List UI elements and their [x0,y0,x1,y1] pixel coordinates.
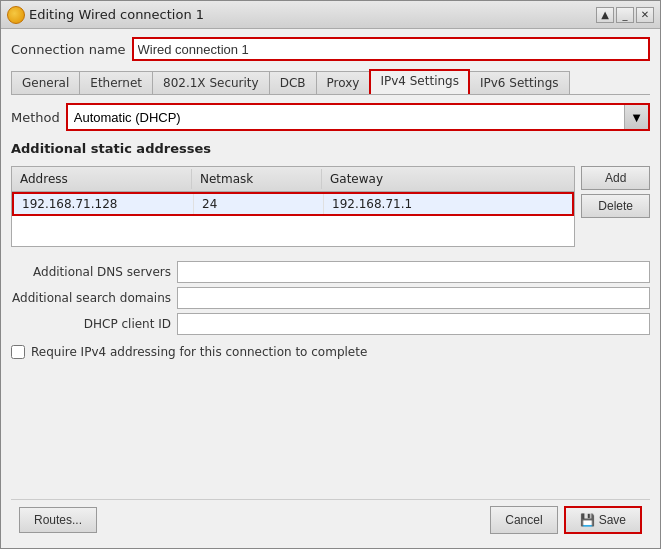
minimize-button[interactable]: ▲ [596,7,614,23]
search-input[interactable] [177,287,650,309]
final-buttons: Cancel 💾 Save [490,506,642,534]
table-header: Address Netmask Gateway [12,167,574,192]
side-buttons: Add Delete [581,166,650,218]
checkbox-label: Require IPv4 addressing for this connect… [31,345,367,359]
content-area: Connection name General Ethernet 802.1X … [1,29,660,548]
window-title: Editing Wired connection 1 [29,7,204,22]
tab-ipv6[interactable]: IPv6 Settings [469,71,570,94]
bottom-bar: Routes... Cancel 💾 Save [11,499,650,540]
titlebar: Editing Wired connection 1 ▲ _ ✕ [1,1,660,29]
add-button[interactable]: Add [581,166,650,190]
method-label: Method [11,110,60,125]
method-dropdown-arrow-icon[interactable]: ▼ [624,105,648,129]
network-icon [7,6,25,24]
form-rows: Additional DNS servers Additional search… [11,261,650,335]
tab-dcb[interactable]: DCB [269,71,317,94]
method-select[interactable]: Automatic (DHCP) [68,107,624,128]
search-label: Additional search domains [11,291,171,305]
addresses-table: Address Netmask Gateway 192.168.71.128 2… [11,166,575,247]
cell-address: 192.168.71.128 [14,194,194,214]
titlebar-left: Editing Wired connection 1 [7,6,204,24]
col-address: Address [12,169,192,189]
col-netmask: Netmask [192,169,322,189]
tab-ipv4[interactable]: IPv4 Settings [369,69,470,94]
cell-netmask: 24 [194,194,324,214]
tabs-bar: General Ethernet 802.1X Security DCB Pro… [11,69,650,95]
connection-name-row: Connection name [11,37,650,61]
static-addresses-title: Additional static addresses [11,141,650,156]
table-empty-space [12,216,574,246]
dns-input[interactable] [177,261,650,283]
method-row: Method Automatic (DHCP) ▼ [11,103,650,131]
method-select-wrapper: Automatic (DHCP) ▼ [66,103,650,131]
dhcp-label: DHCP client ID [11,317,171,331]
delete-button[interactable]: Delete [581,194,650,218]
addresses-section: Address Netmask Gateway 192.168.71.128 2… [11,166,650,247]
save-label: Save [599,513,626,527]
maximize-button[interactable]: _ [616,7,634,23]
connection-name-input[interactable] [132,37,650,61]
main-area: Method Automatic (DHCP) ▼ Additional sta… [11,103,650,495]
dns-row: Additional DNS servers [11,261,650,283]
save-button[interactable]: 💾 Save [564,506,642,534]
dns-label: Additional DNS servers [11,265,171,279]
close-button[interactable]: ✕ [636,7,654,23]
search-row: Additional search domains [11,287,650,309]
main-window: Editing Wired connection 1 ▲ _ ✕ Connect… [0,0,661,549]
tab-general[interactable]: General [11,71,80,94]
tab-security[interactable]: 802.1X Security [152,71,270,94]
dhcp-row: DHCP client ID [11,313,650,335]
checkbox-row: Require IPv4 addressing for this connect… [11,345,650,359]
routes-button[interactable]: Routes... [19,507,97,533]
table-row[interactable]: 192.168.71.128 24 192.168.71.1 [12,192,574,216]
ipv4-required-checkbox[interactable] [11,345,25,359]
cell-gateway: 192.168.71.1 [324,194,572,214]
tab-proxy[interactable]: Proxy [316,71,371,94]
titlebar-buttons: ▲ _ ✕ [596,7,654,23]
tab-ethernet[interactable]: Ethernet [79,71,153,94]
col-gateway: Gateway [322,169,574,189]
save-icon: 💾 [580,513,595,527]
cancel-button[interactable]: Cancel [490,506,557,534]
dhcp-input[interactable] [177,313,650,335]
connection-name-label: Connection name [11,42,126,57]
